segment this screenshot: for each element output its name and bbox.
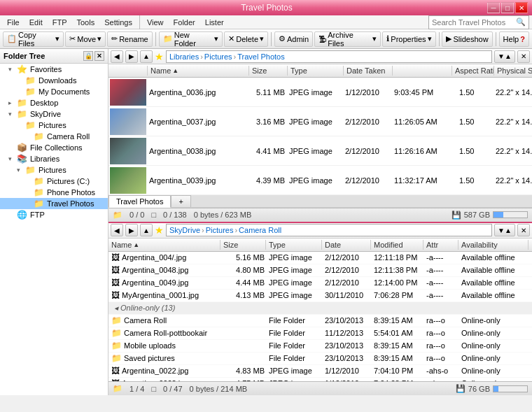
menu-ftp[interactable]: FTP [48, 17, 71, 28]
lower-col-header-attr[interactable]: Attr [424, 240, 458, 250]
upper-forward-button[interactable]: ▶ [125, 50, 138, 63]
tree-item-ftp[interactable]: 🌐FTP [0, 209, 108, 220]
upper-col-header-ps[interactable]: Physical Size [494, 66, 532, 76]
tree-item-file-collections[interactable]: 📦File Collections [0, 142, 108, 153]
tree-item-travel-photos[interactable]: 📁Travel Photos [0, 198, 108, 209]
file-date: 2/12/2010 [345, 176, 394, 185]
file-size: 4.39 MB [251, 176, 289, 185]
lower-col-header-date[interactable]: Date [322, 240, 371, 250]
upper-tab-travel-photos[interactable]: Travel Photos [108, 195, 171, 208]
lower-online-row[interactable]: 📁Mobile uploads File Folder 23/10/2013 8… [108, 340, 532, 353]
tree-item-downloads[interactable]: 📁Downloads [0, 75, 108, 86]
tree-close-button[interactable]: ✕ [94, 51, 104, 61]
menu-lister[interactable]: Lister [201, 17, 228, 28]
breadcrumb-pictures[interactable]: Pictures [204, 52, 232, 61]
upper-file-row[interactable]: Argentina_0039.jpg 4.39 MB JPEG image 2/… [108, 166, 532, 195]
new-folder-button[interactable]: 📁 New Folder ▾ [159, 31, 223, 47]
tree-item-pictures[interactable]: 📁Pictures [0, 120, 108, 131]
search-box[interactable]: 🔍 [428, 15, 529, 29]
lower-col-header-type[interactable]: Type [266, 240, 322, 250]
lower-forward-button[interactable]: ▶ [125, 224, 138, 236]
upper-file-row[interactable]: Argentina_0036.jpg 5.11 MB JPEG image 1/… [108, 78, 532, 107]
upper-file-row[interactable]: Argentina_0038.jpg 4.41 MB JPEG image 2/… [108, 136, 532, 166]
menu-view[interactable]: View [143, 17, 168, 28]
lower-breadcrumb-camera-roll[interactable]: Camera Roll [239, 226, 281, 234]
tree-item-camera-roll[interactable]: 📁Camera Roll [0, 131, 108, 142]
delete-button[interactable]: ✕ Delete ▾ [224, 31, 268, 47]
lower-col-header-time[interactable]: Modified [371, 240, 424, 250]
tree-item-phone-photos[interactable]: 📁Phone Photos [0, 187, 108, 198]
upper-col-header-ar[interactable]: Aspect Ratio [452, 66, 494, 76]
properties-button[interactable]: ℹ Properties ▾ [382, 31, 435, 47]
search-input[interactable] [432, 18, 516, 27]
tree-item-pictures-(c:)[interactable]: 📁Pictures (C:) [0, 176, 108, 187]
lower-favorite-icon[interactable]: ★ [155, 225, 164, 236]
search-icon: 🔍 [516, 17, 526, 27]
lower-back-button[interactable]: ◀ [111, 224, 123, 236]
upper-pane-close[interactable]: ✕ [517, 50, 530, 63]
file-thumbnail [110, 108, 146, 135]
minimize-button[interactable]: ─ [487, 2, 500, 13]
admin-button[interactable]: ⚙ Admin [274, 31, 313, 47]
lower-file-row[interactable]: 🖼Argentina_0049.jpg 4.44 MB JPEG image 2… [108, 277, 532, 290]
upper-favorite-icon[interactable]: ★ [155, 51, 164, 62]
lower-breadcrumb-pictures[interactable]: Pictures [206, 226, 234, 234]
folder-tree-header: Folder Tree 🔒 ✕ [0, 49, 108, 64]
upper-sort-button[interactable]: ▼▲ [494, 50, 515, 63]
file-date: 1/12/2010 [345, 88, 394, 97]
lower-col-header-size[interactable]: Size [220, 240, 266, 250]
upper-tab-add[interactable]: + [171, 195, 190, 207]
tree-item-my-documents[interactable]: 📁My Documents [0, 86, 108, 97]
close-button[interactable]: ✕ [515, 2, 528, 13]
tree-lock-button[interactable]: 🔒 [83, 51, 93, 61]
lower-online-row[interactable]: 📁Camera Roll File Folder 23/10/2013 8:39… [108, 315, 532, 327]
copy-files-button[interactable]: 📋 Copy Files ▾ [3, 31, 64, 47]
delete-icon: ✕ [228, 34, 234, 43]
tree-item-desktop[interactable]: ▸📁Desktop [0, 97, 108, 108]
lower-sort-icon: ▲ [133, 241, 139, 248]
menu-separator-1 [139, 15, 140, 29]
upper-col-header-name[interactable]: Name ▲ [148, 66, 249, 76]
lower-file-row[interactable]: 🖼Argentina_004/.jpg 5.16 MB JPEG image 2… [108, 252, 532, 264]
lower-breadcrumb[interactable]: SkyDrive › Pictures › Camera Roll [166, 224, 492, 236]
upper-col-header-thumb[interactable] [108, 66, 148, 76]
upper-back-button[interactable]: ◀ [111, 50, 123, 63]
rename-button[interactable]: ✏ Rename [107, 31, 153, 47]
upper-col-header-type[interactable]: Type [288, 66, 344, 76]
tree-item-libraries[interactable]: ▾📚Libraries [0, 153, 108, 164]
breadcrumb-libraries[interactable]: Libraries [169, 52, 199, 61]
lower-online-row[interactable]: 📁Saved pictures File Folder 23/10/2013 8… [108, 353, 532, 365]
breadcrumb-travel-photos[interactable]: Travel Photos [237, 52, 284, 61]
help-button[interactable]: Help ? [499, 31, 529, 47]
menu-folder[interactable]: Folder [169, 17, 200, 28]
move-button[interactable]: ✂ Move ▾ [65, 31, 106, 47]
lower-col-header-name[interactable]: Name ▲ [108, 240, 220, 250]
upper-up-button[interactable]: ▲ [140, 50, 153, 63]
lower-disk-bar [493, 385, 528, 392]
archive-files-button[interactable]: 🗜 Archive Files ▾ [314, 31, 381, 47]
upper-breadcrumb[interactable]: Libraries › Pictures › Travel Photos [166, 50, 492, 63]
tree-item-skydrive[interactable]: ▾📁SkyDrive [0, 108, 108, 120]
upper-col-header-date[interactable]: Date Taken [344, 66, 393, 76]
lower-col-header-avail[interactable]: Availability [458, 240, 528, 250]
tree-item-pictures[interactable]: ▾📁Pictures [0, 164, 108, 176]
tree-item-favorites[interactable]: ▾⭐Favorites [0, 64, 108, 75]
lower-file-row[interactable]: 🖼MyArgentina_0001.jpg 4.13 MB JPEG image… [108, 290, 532, 302]
upper-col-header-time[interactable] [393, 66, 452, 76]
menu-settings[interactable]: Settings [100, 17, 136, 28]
lower-online-row[interactable]: 📁Camera Roll-pottbookair File Folder 11/… [108, 327, 532, 340]
menu-edit[interactable]: Edit [25, 17, 47, 28]
lower-online-row[interactable]: 🖼Argentina_0022.jpg 4.83 MB JPEG image 1… [108, 365, 532, 378]
slideshow-button[interactable]: ▶ Slideshow [442, 31, 492, 47]
lower-file-row[interactable]: 🖼Argentina_0048.jpg 4.80 MB JPEG image 2… [108, 264, 532, 277]
nf-dropdown-icon: ▾ [214, 34, 218, 43]
menu-tools[interactable]: Tools [72, 17, 99, 28]
lower-pane-close[interactable]: ✕ [517, 224, 530, 236]
lower-breadcrumb-skydrive[interactable]: SkyDrive [169, 226, 200, 234]
maximize-button[interactable]: □ [501, 2, 514, 13]
upper-col-header-size[interactable]: Size [249, 66, 288, 76]
menu-file[interactable]: File [3, 17, 24, 28]
lower-sort-button[interactable]: ▼▲ [494, 224, 515, 236]
upper-file-row[interactable]: Argentina_0037.jpg 3.16 MB JPEG image 2/… [108, 107, 532, 136]
lower-up-button[interactable]: ▲ [140, 224, 153, 236]
